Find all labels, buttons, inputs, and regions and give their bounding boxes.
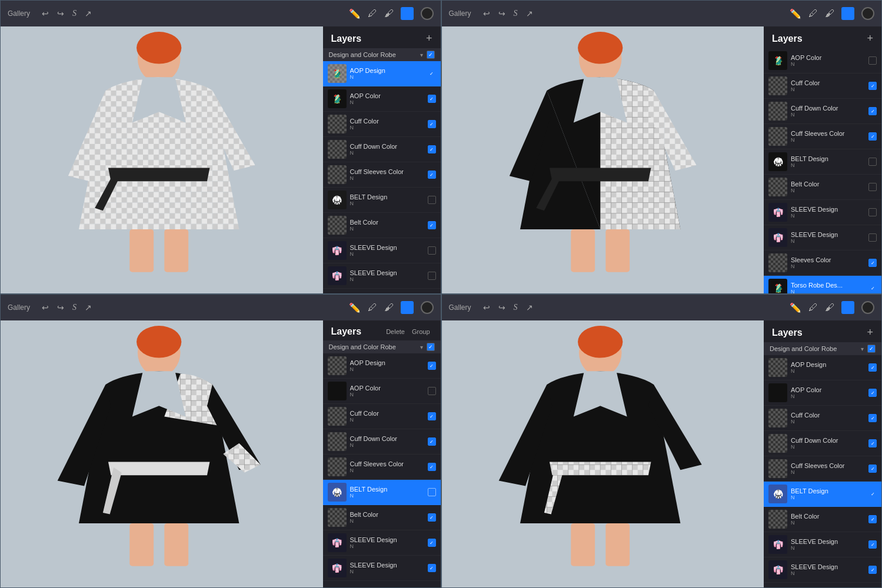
layer-item-q2-7[interactable]: 👘 SLEEVE Design N [764, 225, 881, 250]
layer-item-q2-1[interactable]: Cuff Color N [764, 74, 881, 99]
layer-item-q3-3[interactable]: Cuff Down Color N [323, 429, 441, 455]
add-layer-btn-q2[interactable]: + [867, 32, 873, 45]
layer-item-q1-2[interactable]: Cuff Color N [323, 112, 441, 137]
layer-item-q4-6[interactable]: Belt Color N [764, 507, 881, 532]
group-check-q1[interactable] [427, 51, 435, 59]
layer-check-q2-3[interactable] [868, 132, 877, 141]
layer-check-q4-7[interactable] [868, 540, 877, 549]
layer-check-q2-5[interactable] [868, 183, 877, 191]
layer-item-q2-4[interactable]: 🥋 BELT Design N [764, 149, 881, 175]
pencil-icon[interactable]: ✏️ [349, 8, 361, 19]
brush-icon[interactable]: 🖌 [384, 8, 394, 19]
layer-check-q4-1[interactable] [868, 389, 877, 397]
layer-check-q4-4[interactable] [868, 465, 877, 473]
layer-item-q2-9[interactable]: 🥻 Torso Robe Des... N [764, 276, 881, 293]
layer-item-q4-0[interactable]: AOP Design N [764, 355, 881, 380]
layer-check-q1-4[interactable] [428, 171, 436, 179]
undo-icon-q3[interactable]: ↩ [42, 303, 49, 313]
layer-check-q1-5[interactable] [428, 196, 436, 204]
layer-item-q3-8[interactable]: 👘 SLEEVE Design N [323, 556, 441, 581]
undo-icon-q2[interactable]: ↩ [483, 9, 490, 19]
gallery-btn-q2[interactable]: Gallery [449, 9, 471, 18]
layer-check-q3-4[interactable] [428, 463, 436, 471]
layer-item-q4-4[interactable]: Cuff Sleeves Color N [764, 456, 881, 482]
layer-item-q4-7[interactable]: 👘 SLEEVE Design N [764, 532, 881, 557]
group-btn-q3[interactable]: Group [412, 328, 430, 335]
layer-item-q4-2[interactable]: Cuff Color N [764, 406, 881, 431]
layer-check-q1-0[interactable] [428, 69, 436, 78]
layer-item-q4-3[interactable]: Cuff Down Color N [764, 431, 881, 456]
layer-check-q2-9[interactable] [868, 284, 877, 292]
brush-icon-q2[interactable]: 🖌 [825, 8, 834, 19]
pen-icon-q4[interactable]: 🖊 [808, 302, 818, 313]
pencil-icon-q3[interactable]: ✏️ [349, 302, 361, 313]
color-picker-icon[interactable] [421, 7, 434, 20]
layer-item-q3-5[interactable]: 🥋 BELT Design N [323, 480, 441, 505]
layer-check-q3-2[interactable] [428, 412, 436, 420]
redo-icon-q2[interactable]: ↪ [498, 9, 505, 19]
layer-item-q4-1[interactable]: AOP Color N [764, 380, 881, 406]
group-check-q3[interactable] [427, 343, 435, 351]
color-picker-icon-q3[interactable] [421, 301, 434, 314]
layer-item-q3-0[interactable]: AOP Design N [323, 353, 441, 379]
layer-check-q3-1[interactable] [428, 387, 436, 395]
redo-icon-q3[interactable]: ↪ [57, 303, 64, 313]
layer-item-q3-7[interactable]: 👘 SLEEVE Design N [323, 530, 441, 556]
gallery-btn-q1[interactable]: Gallery [8, 9, 30, 18]
add-layer-btn-q4[interactable]: + [867, 326, 873, 339]
layer-check-q3-7[interactable] [428, 539, 436, 547]
undo-icon[interactable]: ↩ [42, 9, 49, 19]
layer-item-q1-7[interactable]: 👘 SLEEVE Design N [323, 238, 441, 263]
share-icon-q2[interactable]: ↗ [526, 9, 533, 19]
s-icon-q2[interactable]: S [514, 9, 518, 19]
layer-check-q4-0[interactable] [868, 363, 877, 372]
color-picker-icon-q4[interactable] [861, 301, 874, 314]
layer-item-q1-6[interactable]: Belt Color N [323, 213, 441, 238]
layer-item-q3-6[interactable]: Belt Color N [323, 505, 441, 530]
layers-group-header-q3[interactable]: Design and Color Robe ▾ [323, 340, 441, 353]
layer-check-q2-0[interactable] [868, 56, 877, 65]
layer-check-q2-7[interactable] [868, 233, 877, 242]
gallery-btn-q4[interactable]: Gallery [449, 303, 471, 312]
redo-icon[interactable]: ↪ [57, 9, 64, 19]
layer-mode-icon[interactable] [401, 7, 414, 20]
pen-icon[interactable]: 🖊 [368, 8, 377, 19]
layer-check-q4-6[interactable] [868, 515, 877, 523]
undo-icon-q4[interactable]: ↩ [483, 303, 490, 313]
layer-check-q2-2[interactable] [868, 107, 877, 115]
layer-item-q3-4[interactable]: Cuff Sleeves Color N [323, 455, 441, 480]
pencil-icon-q2[interactable]: ✏️ [790, 8, 801, 19]
layer-item-q2-5[interactable]: Belt Color N [764, 175, 881, 200]
layer-check-q3-0[interactable] [428, 362, 436, 370]
layer-check-q4-8[interactable] [868, 566, 877, 574]
layer-item-q2-6[interactable]: 👘 SLEEVE Design N [764, 200, 881, 225]
layer-item-q2-2[interactable]: Cuff Down Color N [764, 99, 881, 124]
layer-item-q2-0[interactable]: 🥻 AOP Color N [764, 48, 881, 74]
layer-check-q1-7[interactable] [428, 246, 436, 255]
layer-item-q1-8[interactable]: 👘 SLEEVE Design N [323, 263, 441, 289]
pen-icon-q3[interactable]: 🖊 [368, 302, 377, 313]
layer-item-q4-5[interactable]: 🥋 BELT Design N [764, 482, 881, 507]
gallery-btn-q3[interactable]: Gallery [8, 303, 30, 312]
group-check-q4[interactable] [867, 345, 876, 353]
layer-check-q2-1[interactable] [868, 82, 877, 90]
redo-icon-q4[interactable]: ↪ [498, 303, 505, 313]
layer-check-q3-5[interactable] [428, 488, 436, 496]
layer-check-q1-6[interactable] [428, 221, 436, 229]
share-icon-q4[interactable]: ↗ [526, 303, 533, 313]
layer-check-q2-8[interactable] [868, 259, 877, 267]
layer-mode-icon-q4[interactable] [841, 301, 854, 314]
layer-item-q2-8[interactable]: Sleeves Color N [764, 250, 881, 276]
share-icon[interactable]: ↗ [85, 9, 92, 19]
layer-check-q1-1[interactable] [428, 95, 436, 103]
layer-mode-icon-q2[interactable] [841, 7, 854, 20]
pen-icon-q2[interactable]: 🖊 [808, 8, 818, 19]
layer-check-q3-8[interactable] [428, 564, 436, 572]
layer-check-q2-6[interactable] [868, 208, 877, 216]
layer-check-q1-3[interactable] [428, 145, 436, 153]
s-icon-q4[interactable]: S [514, 303, 518, 313]
layer-item-q3-1[interactable]: AOP Color N [323, 379, 441, 404]
layer-item-q2-3[interactable]: Cuff Sleeves Color N [764, 124, 881, 149]
layer-check-q4-2[interactable] [868, 414, 877, 422]
layer-check-q1-2[interactable] [428, 120, 436, 128]
